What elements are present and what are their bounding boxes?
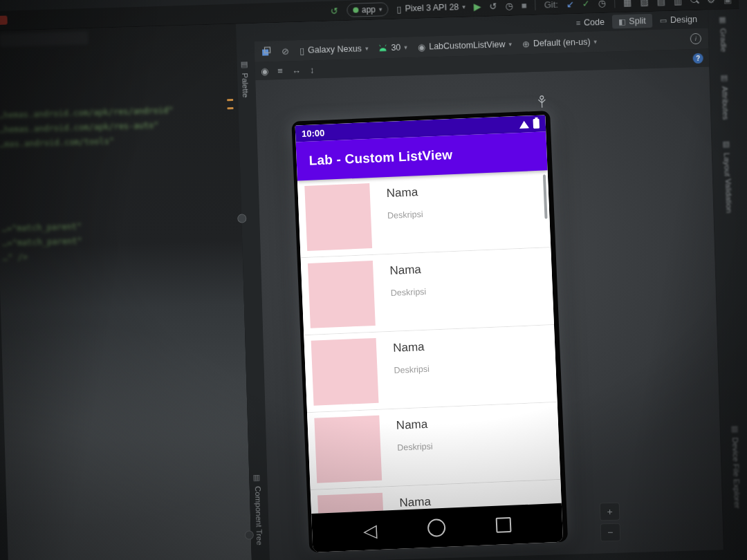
locale-dropdown[interactable]: ⊕ Default (en-us) ▾ [522,37,597,48]
layout-validation-tool-button[interactable]: ▧ Layout Validation [722,140,733,214]
list-item[interactable]: Nama Deskripsi [297,170,551,258]
device-selector-label: Pixel 3 API 28 [405,2,459,13]
chevron-down-icon: ▾ [379,6,382,12]
wifi-icon [519,120,529,129]
run-button[interactable]: ▶ [474,1,481,11]
app-bar-title: Lab - Custom ListView [308,147,452,169]
item-title: Nama [396,418,432,433]
locale-label: Default (en-us) [533,37,591,48]
preview-device-dropdown[interactable]: ▯ Galaxy Nexus ▾ [299,44,369,55]
toolbar-separator [614,0,615,8]
tab-code[interactable]: ≡ Code [569,15,611,30]
sync-project-icon[interactable]: ↺ [331,6,338,15]
help-icon[interactable]: ? [692,53,703,63]
editor-file-tab[interactable] [0,31,89,47]
layout-validation-icon: ▧ [722,140,731,149]
palette-tool-button[interactable]: ▤ Palette [240,59,250,97]
layout-inspector-icon[interactable]: ▧ [640,0,649,6]
item-image-placeholder [311,338,379,406]
device-selector[interactable]: ▯ Pixel 3 API 28 ▾ [396,2,465,14]
activity-icon: ◉ [418,42,426,51]
phone-icon: ▯ [396,4,402,13]
tab-design[interactable]: ▭ Design [653,12,703,28]
vertical-resize-icon[interactable]: ↕ [310,65,315,74]
list-view[interactable]: Nama Deskripsi Nama Deskripsi [297,170,562,514]
device-icon: ▯ [299,46,305,55]
profiler-icon[interactable]: ◷ [505,1,513,10]
code-line: …="match_parent" [2,234,82,250]
item-subtitle: Deskripsi [387,209,423,221]
project-structure-icon[interactable]: ▦ [623,0,632,7]
component-tree-tool-button[interactable]: ▥ Component Tree [252,473,264,545]
component-tree-label: Component Tree [253,486,264,545]
select-components-icon[interactable]: ≡ [277,66,283,75]
info-icon[interactable]: i [690,33,701,44]
error-stripe-mark [227,99,233,101]
search-icon[interactable] [690,0,699,4]
stop-icon[interactable]: ■ [522,1,527,10]
attributes-icon: ▤ [720,73,729,82]
run-config-dropdown[interactable]: app ▾ [347,2,389,17]
back-button-icon[interactable]: ◁ [363,521,378,540]
view-options-icon[interactable]: ◉ [261,66,269,75]
theme-dropdown[interactable]: ◉ LabCustomListView ▾ [418,39,512,52]
zoom-in-button[interactable]: + [600,503,620,521]
design-panel: ≡ Code ◧ Split ▭ Design [254,10,723,560]
design-surface-icon[interactable]: ⊘ [282,46,289,55]
tab-design-label: Design [670,15,697,25]
theme-label: LabCustomListView [429,39,506,51]
recents-button-icon[interactable] [496,517,512,533]
list-item[interactable]: Nama Deskripsi [307,402,560,490]
item-image-placeholder [314,416,382,483]
device-manager-icon[interactable]: ▤ [656,0,665,6]
api-level-dropdown[interactable]: 30 ▾ [378,42,407,53]
item-title: Nama [386,185,422,200]
device-file-explorer-icon: ▥ [730,424,739,433]
list-item[interactable]: Nama Deskripsi [301,248,554,335]
code-icon: ≡ [576,19,581,27]
android-studio-window: ↺ app ▾ ▯ Pixel 3 API 28 ▾ ▶ ↺ ◷ ■ [0,0,747,560]
item-subtitle: Deskripsi [391,287,427,298]
chevron-down-icon: ▾ [404,44,407,50]
attributes-tool-button[interactable]: ▤ Attributes [720,73,730,120]
item-title: Nama [393,340,429,355]
device-file-explorer-label: Device File Explorer [731,437,741,508]
device-preview[interactable]: 10:00 Lab - Custom ListView [291,111,568,552]
git-history-icon[interactable]: ◷ [598,0,607,8]
settings-icon[interactable]: ⚙ [707,0,715,4]
git-commit-icon[interactable]: ✓ [582,0,590,8]
photo-of-screen: ↺ app ▾ ▯ Pixel 3 API 28 ▾ ▶ ↺ ◷ ■ [0,0,747,560]
hide-windows-icon[interactable]: ▣ [723,0,732,3]
horizontal-resize-icon[interactable]: ↔ [292,65,301,74]
item-title: Nama [389,263,425,278]
device-file-explorer-tool-button[interactable]: ▥ Device File Explorer [730,424,742,508]
item-subtitle: Deskripsi [397,442,433,453]
sdk-manager-icon[interactable]: ▥ [674,0,683,5]
split-icon: ◧ [618,17,626,26]
battery-icon [533,119,540,129]
gradle-tool-button[interactable]: ▦ Gradle [719,15,729,53]
list-item[interactable]: Nama Deskripsi [304,325,557,413]
chevron-down-icon: ▾ [593,38,597,45]
apply-changes-icon[interactable]: ↺ [489,1,497,10]
tab-split[interactable]: ◧ Split [612,14,652,29]
code-block: …hemas.android.com/apk/res/android" …hem… [0,103,174,151]
preview-device-label: Galaxy Nexus [308,44,362,55]
chevron-down-icon: ▾ [508,41,512,48]
layers-icon[interactable] [261,46,271,56]
gradle-label: Gradle [719,28,728,53]
device-antenna-icon [536,95,548,109]
run-config-label: app [362,5,376,15]
home-button-icon[interactable] [427,519,446,537]
design-canvas[interactable]: 10:00 Lab - Custom ListView [255,66,723,560]
git-update-icon[interactable]: ↙ [566,0,574,8]
gradle-icon: ▦ [719,15,728,24]
code-line: …" /> [3,248,83,265]
zoom-out-button[interactable]: − [600,523,621,542]
phone-screen: 10:00 Lab - Custom ListView [295,115,564,552]
design-icon: ▭ [660,16,667,25]
tab-split-label: Split [629,16,646,26]
run-config-type-icon [353,7,358,12]
toolbar-separator [535,0,536,10]
code-editor[interactable]: …hemas.android.com/apk/res/android" …hem… [0,24,252,560]
